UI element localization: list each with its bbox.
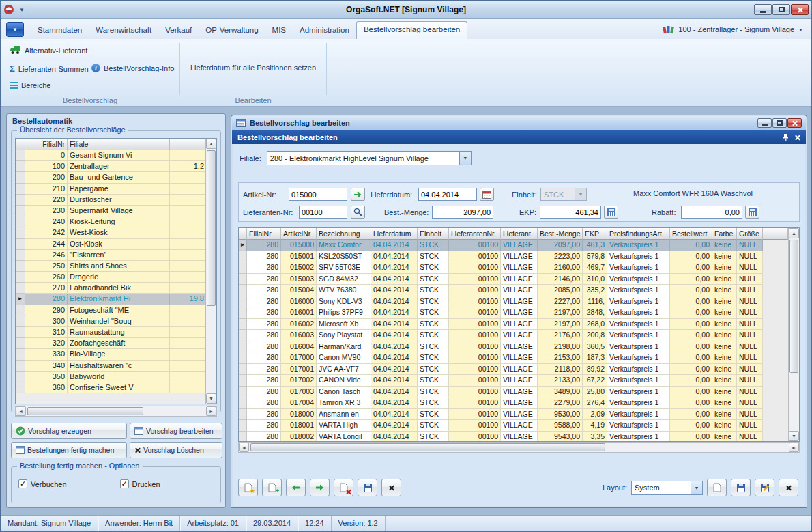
grid-row-016000[interactable]: 280016000Sony KDL-V304.04.2014STCK00100V…: [239, 296, 788, 308]
cancel-button[interactable]: [381, 479, 401, 496]
lieferanten-summen-button[interactable]: Σ Lieferanten-Summen: [6, 62, 92, 75]
store-row-280[interactable]: ►280Elektronikmarkt Hi19.8: [16, 294, 205, 305]
grid-col-artikelnr[interactable]: ArtikelNr: [281, 228, 317, 240]
grid-row-015003[interactable]: 280015003SGD 84M3204.04.2014STCK00100VIL…: [239, 274, 788, 285]
grid-col-größe[interactable]: Größe: [737, 228, 763, 240]
chevron-down-icon[interactable]: ▼: [459, 152, 471, 165]
grid-row-017002[interactable]: 280017002CANON Vide04.04.2014STCK00100VI…: [239, 375, 788, 387]
checkbox-drucken[interactable]: ✓Drucken: [120, 479, 160, 488]
lieferdatum-input[interactable]: [418, 188, 477, 201]
store-row-300[interactable]: 300Weinhandel "Bouq: [16, 316, 205, 327]
scroll-up-button[interactable]: ▲: [789, 228, 799, 238]
vorschlag-erzeugen-button[interactable]: Vorschlag erzeugen: [11, 423, 127, 439]
grid-col-best-menge[interactable]: Best.-Menge: [538, 228, 583, 240]
tab-administration[interactable]: Administration: [293, 23, 356, 39]
delete-record-button[interactable]: [334, 479, 353, 496]
child-minimize-button[interactable]: [757, 118, 772, 128]
grid-row-017001[interactable]: 280017001JVC AA-VF704.04.2014STCK00100VI…: [239, 364, 788, 376]
grid-horizontal-scrollbar[interactable]: ◄ ►: [238, 442, 800, 453]
grid-col-preisfindungsart[interactable]: PreisfindungsArt: [607, 228, 670, 240]
lieferant-search-button[interactable]: [351, 206, 365, 219]
store-row-290[interactable]: 290Fotogeschäft "ME: [16, 305, 205, 316]
new-record-button[interactable]: ★: [238, 479, 258, 496]
layout-select[interactable]: System ▼: [631, 481, 703, 495]
grid-col-ekp[interactable]: EKP: [583, 228, 607, 240]
bestellvorschlag-info-button[interactable]: i BestellVorschlag-Info: [88, 62, 177, 74]
save-record-button[interactable]: [358, 479, 377, 496]
store-row-340[interactable]: 340Haushaltswaren "c: [16, 361, 205, 372]
grid-row-017003[interactable]: 280017003Canon Tasch04.04.2014STCK00100V…: [239, 387, 788, 398]
grid-row-016004[interactable]: 280016004Harman/Kard04.04.2014STCK00100V…: [239, 341, 788, 353]
grid-vertical-scrollbar[interactable]: ▲ ▼: [788, 228, 799, 441]
tab-warenwirtschaft[interactable]: Warenwirtschaft: [89, 23, 158, 39]
store-row-330[interactable]: 330Bio-Village: [16, 349, 205, 360]
grid-col-farbe[interactable]: Farbe: [712, 228, 737, 240]
grid-row-015002[interactable]: 280015002SRV 55T03E04.04.2014STCK00100VI…: [239, 262, 788, 274]
best-menge-input[interactable]: [432, 206, 493, 219]
layout-edit-button[interactable]: [755, 479, 774, 496]
store-row-200[interactable]: 200Bau- und Gartence: [16, 172, 205, 183]
scroll-left-button[interactable]: ◄: [239, 443, 249, 452]
tab-op-verwaltung[interactable]: OP-Verwaltung: [199, 23, 265, 39]
ekp-calculator-button[interactable]: [604, 206, 618, 219]
store-col-filiale[interactable]: Filiale: [68, 139, 170, 150]
filiale-select[interactable]: 280 - Elektronikmarkt HighLevel Signum V…: [267, 151, 472, 165]
scroll-right-button[interactable]: ►: [206, 406, 216, 416]
store-row-230[interactable]: 230Supermarkt Village: [16, 206, 205, 216]
insert-record-button[interactable]: +: [262, 479, 282, 496]
lieferdatum-setzen-button[interactable]: Lieferdatum für alle Positionen setzen: [187, 62, 319, 73]
close-button[interactable]: [791, 4, 809, 15]
store-row-320[interactable]: 320Zoofachgeschäft: [16, 338, 205, 349]
grid-col-filialnr[interactable]: FilialNr: [247, 228, 281, 240]
scroll-up-button[interactable]: ▲: [206, 139, 216, 149]
store-table-vertical-scrollbar[interactable]: ▲ ▼: [205, 139, 216, 404]
scroll-track[interactable]: [249, 443, 789, 452]
minimize-button[interactable]: [754, 4, 772, 15]
scroll-track[interactable]: [26, 406, 206, 416]
scroll-track[interactable]: [789, 238, 799, 431]
scroll-thumb[interactable]: [250, 443, 605, 451]
layout-delete-button[interactable]: [779, 479, 798, 496]
grid-col-einheit[interactable]: Einheit: [418, 228, 449, 240]
store-row-246[interactable]: 246"Eiskarren": [16, 250, 205, 261]
grid-row-018000[interactable]: 280018000Ansmann en04.04.2014STCK00100VI…: [239, 409, 788, 421]
scroll-left-button[interactable]: ◄: [16, 406, 26, 416]
grid-row-017000[interactable]: 280017000Canon MV9004.04.2014STCK00100VI…: [239, 352, 788, 364]
tab-verkauf[interactable]: Verkauf: [158, 23, 199, 39]
bereiche-button[interactable]: Bereiche: [6, 80, 54, 91]
rabatt-input[interactable]: [681, 206, 742, 219]
store-selector[interactable]: 100 - Zentrallager - Signum Village ▼: [658, 22, 807, 39]
grid-row-015001[interactable]: 280015001KSL20S50ST04.04.2014STCK00100VI…: [239, 251, 788, 263]
next-record-button[interactable]: [310, 479, 330, 496]
store-row-244[interactable]: 244Ost-Kiosk: [16, 239, 205, 250]
store-row-242[interactable]: 242West-Kiosk: [16, 227, 205, 238]
scroll-down-button[interactable]: ▼: [206, 393, 216, 404]
child-maximize-button[interactable]: [772, 118, 787, 128]
tab-mis[interactable]: MIS: [265, 23, 293, 39]
child-close-button[interactable]: [787, 118, 802, 128]
layout-save-button[interactable]: [731, 479, 751, 496]
artikel-lookup-button[interactable]: [351, 188, 365, 201]
grid-col-lieferant[interactable]: Lieferant: [501, 228, 538, 240]
scroll-track[interactable]: [206, 149, 216, 393]
grid-row-016001[interactable]: 280016001Philips 37PF904.04.2014STCK0010…: [239, 307, 788, 319]
layout-new-button[interactable]: [707, 479, 727, 496]
grid-row-016002[interactable]: 280016002Microsoft Xb04.04.2014STCK00100…: [239, 319, 788, 331]
store-row-310[interactable]: 310Raumaustattung: [16, 327, 205, 338]
store-row-270[interactable]: 270Fahrradhandel Bik: [16, 283, 205, 294]
store-row-250[interactable]: 250Shirts and Shoes: [16, 261, 205, 272]
artikel-nr-input[interactable]: [289, 188, 347, 201]
grid-row-015000[interactable]: ►280015000Maxx Comfor04.04.2014STCK00100…: [239, 240, 788, 251]
bestellungen-fertig-machen-button[interactable]: Bestellungen fertig machen: [11, 442, 127, 458]
store-row-240[interactable]: 240Kiosk-Leitung: [16, 216, 205, 227]
grid-col-bezeichnung[interactable]: Bezeichnung: [317, 228, 371, 240]
store-row-260[interactable]: 260Drogerie: [16, 272, 205, 283]
store-col-filialnr[interactable]: FilialNr: [25, 139, 68, 150]
scroll-thumb[interactable]: [207, 150, 216, 306]
pin-icon[interactable]: [783, 133, 789, 141]
dock-close-icon[interactable]: [794, 135, 800, 141]
checkbox-verbuchen[interactable]: ✓Verbuchen: [18, 479, 67, 488]
vorschlag-loeschen-button[interactable]: Vorschlag Löschen: [130, 442, 222, 458]
scroll-down-button[interactable]: ▼: [789, 431, 799, 441]
alternativ-lieferant-button[interactable]: Alternativ-Lieferant: [6, 44, 91, 56]
